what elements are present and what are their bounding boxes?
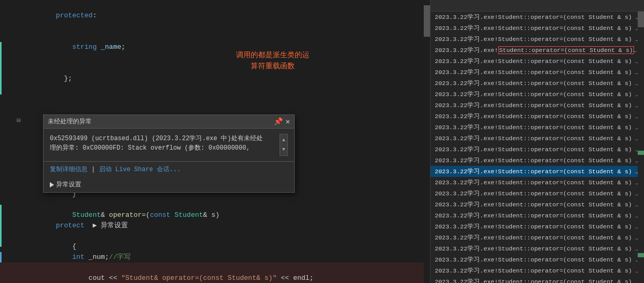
- callstack-item[interactable]: 2023.3.22学习.exe!Student::operator=(const…: [431, 89, 644, 100]
- callstack-item[interactable]: 2023.3.22学习.exe!Student::operator=(const…: [431, 166, 644, 177]
- callstack-panel: 2023.3.22学习.exe!Student::operator=(const…: [430, 0, 644, 283]
- dialog-titlebar: 未经处理的异常 📌 ✕: [44, 115, 294, 129]
- callstack-item[interactable]: 2023.3.22学习.exe!Student::operator=(const…: [431, 56, 644, 67]
- callstack-item[interactable]: 2023.3.22学习.exe!Student::operator=(const…: [431, 155, 644, 166]
- scrollbar-thumb-mid[interactable]: [638, 151, 644, 155]
- dialog-title: 未经处理的异常: [48, 117, 92, 126]
- callstack-item[interactable]: 2023.3.22学习.exe!Student::operator=(const…: [431, 188, 644, 199]
- code-line-int-num: int _num;//字写: [0, 242, 131, 273]
- code-scrollbar[interactable]: [424, 0, 430, 283]
- callstack-item[interactable]: 2023.3.22学习.exe!Student::operator=(const…: [431, 232, 644, 243]
- callstack-item[interactable]: 2023.3.22学习.exe!Student::operator=(const…: [431, 254, 644, 265]
- dialog-body: 0x52593499 (ucrtbased.dll) (2023.3.22学习.…: [44, 129, 294, 161]
- callstack-item[interactable]: 2023.3.22学习.exe!Student::operator=(const…: [431, 199, 644, 210]
- callstack-item[interactable]: 2023.3.22学习.exe!Student::operator=(const…: [431, 45, 644, 56]
- exception-collapse-toggle[interactable]: 异常设置: [50, 180, 288, 189]
- code-line: protected:: [0, 0, 430, 32]
- code-editor[interactable]: protected: string _name; };: [0, 0, 430, 283]
- callstack-list: 2023.3.22学习.exe!Student::operator=(const…: [431, 12, 644, 283]
- callstack-item[interactable]: 2023.3.22学习.exe!Student::operator=(const…: [431, 100, 644, 111]
- callstack-item[interactable]: 2023.3.22学习.exe!Student::operator=(const…: [431, 133, 644, 144]
- exception-settings-label: 异常设置: [56, 180, 81, 189]
- fold-icon[interactable]: ⊟: [17, 116, 23, 126]
- callstack-item[interactable]: 2023.3.22学习.exe!Student::operator=(const…: [431, 111, 644, 122]
- dialog-close-button[interactable]: ✕: [286, 117, 290, 126]
- callstack-scroll[interactable]: 2023.3.22学习.exe!Student::operator=(const…: [431, 12, 644, 283]
- code-scroll-thumb[interactable]: [424, 5, 430, 37]
- exception-dialog[interactable]: 未经处理的异常 📌 ✕ 0x52593499 (ucrtbased.dll) (…: [43, 114, 295, 193]
- scrollbar-thumb-top[interactable]: [638, 12, 644, 27]
- callstack-item[interactable]: 2023.3.22学习.exe!Student::operator=(const…: [431, 34, 644, 45]
- callstack-item[interactable]: 2023.3.22学习.exe!Student::operator=(const…: [431, 122, 644, 133]
- callstack-item[interactable]: 2023.3.22学习.exe!Student::operator=(const…: [431, 210, 644, 221]
- exception-settings-section: 异常设置: [44, 178, 294, 192]
- dialog-links: 复制详细信息 | 启动 Live Share 会话...: [44, 161, 294, 178]
- code-line: string _name;: [0, 32, 430, 63]
- dialog-controls: 📌 ✕: [274, 117, 290, 126]
- code-content-bottom: } protect ▶ 异常设置 int _num;//字写 };: [0, 179, 131, 283]
- callstack-scrollbar[interactable]: [638, 12, 644, 283]
- dialog-pin-button[interactable]: 📌: [274, 117, 283, 126]
- callstack-item[interactable]: 2023.3.22学习.exe!Student::operator=(const…: [431, 23, 644, 34]
- callstack-item[interactable]: 2023.3.22学习.exe!Student::operator=(const…: [431, 67, 644, 78]
- dialog-message: 0x52593499 (ucrtbased.dll) (2023.3.22学习.…: [50, 134, 275, 156]
- scrollbar-thumb-bottom[interactable]: [638, 253, 644, 257]
- callstack-header: [431, 0, 644, 12]
- code-line: protect ▶ 异常设置: [0, 210, 131, 242]
- callstack-item[interactable]: 2023.3.22学习.exe!Student::operator=(const…: [431, 144, 644, 155]
- code-line: };: [0, 273, 131, 283]
- code-line: [0, 95, 430, 105]
- annotation-line1: 调用的都是派生类的运: [236, 51, 309, 59]
- live-share-link[interactable]: 启动 Live Share 会话...: [99, 166, 181, 173]
- callstack-item[interactable]: 2023.3.22学习.exe!Student::operator=(const…: [431, 78, 644, 89]
- dialog-scrollbar[interactable]: ▲ ▼: [280, 134, 288, 156]
- collapse-icon: [50, 182, 54, 187]
- callstack-item[interactable]: 2023.3.22学习.exe!Student::operator=(const…: [431, 177, 644, 188]
- callstack-item[interactable]: 2023.3.22学习.exe!Student::operator=(const…: [431, 12, 644, 23]
- callstack-item[interactable]: 2023.3.22学习.exe!Student::operator=(const…: [431, 221, 644, 232]
- copy-details-link[interactable]: 复制详细信息: [50, 166, 88, 173]
- annotation-bubble: 调用的都是派生类的运 算符重载函数: [236, 50, 309, 72]
- annotation-line2: 算符重载函数: [251, 62, 295, 70]
- callstack-item[interactable]: 2023.3.22学习.exe!Student::operator=(const…: [431, 243, 644, 254]
- code-line: };: [0, 63, 430, 95]
- callstack-item[interactable]: 2023.3.22学习.exe!Student::operator=(const…: [431, 276, 644, 283]
- callstack-item[interactable]: 2023.3.22学习.exe!Student::operator=(const…: [431, 265, 644, 276]
